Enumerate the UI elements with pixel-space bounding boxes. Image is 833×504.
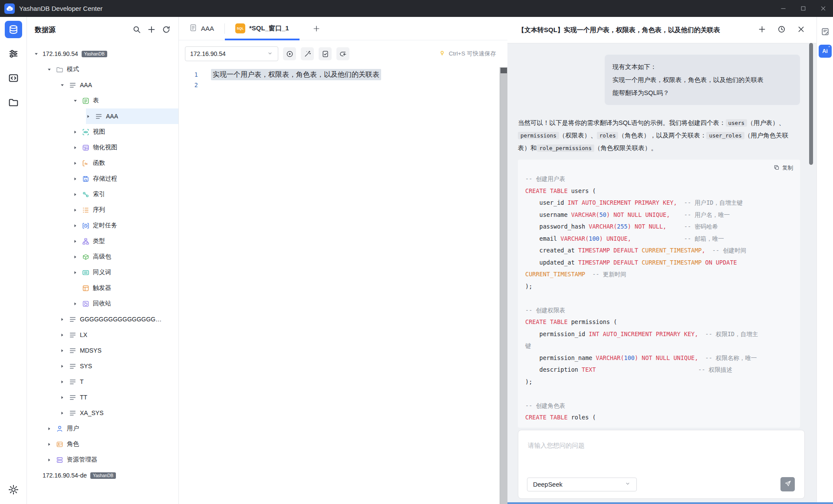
copy-button[interactable]: 复制 [525, 163, 793, 173]
tree-row[interactable]: 存储过程 [27, 171, 178, 187]
collapse-arrow-icon[interactable] [60, 348, 69, 353]
code-token: CURRENT_TIMESTAMP [642, 259, 701, 266]
close-panel-button[interactable] [797, 25, 805, 35]
editor-scrollbar-thumb[interactable] [500, 68, 507, 73]
collapse-arrow-icon[interactable] [73, 270, 82, 275]
tree-row[interactable]: MDSYS [27, 343, 178, 358]
collapse-arrow-icon[interactable] [47, 442, 56, 447]
collapse-arrow-icon[interactable] [86, 114, 95, 119]
tree-row[interactable]: 模式 [27, 62, 178, 77]
schema-icon [69, 393, 76, 401]
sql-note-icon[interactable] [821, 27, 830, 38]
ai-assistant-button[interactable]: Ai + [819, 45, 832, 58]
editor-tab-2[interactable]: SQL*SQL_窗口_1 [225, 17, 300, 40]
tree-row[interactable]: 类型 [27, 233, 178, 249]
datasource-tree: 172.16.90.54YashanDB模式AAA表AAA视图物化视图fx函数存… [27, 43, 178, 504]
tree-row[interactable]: 视图 [27, 124, 178, 140]
search-icon[interactable] [132, 25, 141, 36]
expand-arrow-icon[interactable] [73, 98, 82, 103]
model-select[interactable]: DeepSeek [527, 478, 637, 491]
tree-row[interactable]: 触发器 [27, 280, 178, 296]
rail-file-explorer-button[interactable] [5, 94, 22, 111]
collapse-arrow-icon[interactable] [60, 333, 69, 337]
collapse-arrow-icon[interactable] [60, 411, 69, 416]
collapse-arrow-icon[interactable] [60, 380, 69, 384]
collapse-arrow-icon[interactable] [60, 395, 69, 400]
sql-file-icon: SQL [235, 23, 245, 33]
tree-row[interactable]: 用户 [27, 421, 178, 436]
code-token: username [525, 211, 571, 218]
tree-row[interactable]: 表 [27, 93, 178, 108]
chat-input-card[interactable]: 请输入您想问的问题 DeepSeek [518, 430, 805, 499]
collapse-arrow-icon[interactable] [73, 177, 82, 181]
tree-row[interactable]: 资源管理器 [27, 452, 178, 468]
collapse-arrow-icon[interactable] [60, 317, 69, 322]
chat-scrollbar-thumb[interactable] [809, 43, 813, 165]
code-line [525, 388, 793, 400]
beautify-button[interactable] [301, 47, 314, 60]
window-minimize-button[interactable] [773, 0, 793, 17]
add-connection-icon[interactable] [147, 25, 156, 36]
tree-row[interactable]: GGGGGGGGGGGGGGGG… [27, 311, 178, 327]
run-button[interactable] [283, 47, 296, 60]
code-token [631, 235, 684, 242]
validate-button[interactable] [319, 47, 332, 60]
collapse-arrow-icon[interactable] [73, 223, 82, 228]
tree-row[interactable]: 回收站 [27, 296, 178, 311]
collapse-arrow-icon[interactable] [73, 161, 82, 166]
expand-arrow-icon[interactable] [47, 67, 56, 72]
collapse-arrow-icon[interactable] [73, 145, 82, 150]
collapse-arrow-icon[interactable] [73, 301, 82, 306]
expand-arrow-icon[interactable] [34, 52, 43, 56]
tree-row[interactable]: LX [27, 327, 178, 343]
window-maximize-button[interactable] [793, 0, 813, 17]
editor-tab-1[interactable]: AAA [179, 17, 224, 40]
refresh-icon[interactable] [162, 25, 171, 36]
collapse-arrow-icon[interactable] [73, 192, 82, 197]
import-button[interactable] [336, 47, 349, 60]
collapse-arrow-icon[interactable] [47, 458, 56, 462]
tree-row[interactable]: 172.16.90.54-deYashanDB [27, 468, 178, 483]
collapse-arrow-icon[interactable] [47, 426, 56, 431]
rail-data-sources-button[interactable] [5, 21, 22, 38]
code-token: CURRENT_TIMESTAMP [642, 247, 701, 254]
tree-row[interactable]: 同义词 [27, 265, 178, 280]
user-message-line: 现有文本如下： [612, 60, 792, 73]
collapse-arrow-icon[interactable] [73, 239, 82, 244]
tree-row[interactable]: 高级包 [27, 249, 178, 265]
tree-row[interactable]: 物化视图 [27, 140, 178, 155]
tree-row[interactable]: 172.16.90.54YashanDB [27, 46, 178, 62]
history-button[interactable] [777, 25, 786, 35]
rail-settings-button[interactable] [8, 484, 19, 497]
collapse-arrow-icon[interactable] [60, 364, 69, 369]
collapse-arrow-icon[interactable] [73, 130, 82, 134]
editor-scrollbar[interactable] [500, 67, 507, 504]
rail-sql-console-button[interactable] [5, 69, 22, 87]
tree-row[interactable]: T [27, 374, 178, 389]
tree-row-inner: T [60, 374, 178, 389]
tree-row[interactable]: AAA [27, 77, 178, 93]
tree-row[interactable]: 定时任务 [27, 218, 178, 233]
tree-row[interactable]: TT [27, 389, 178, 405]
tree-row[interactable]: AAA [27, 108, 178, 124]
collapse-arrow-icon[interactable] [73, 208, 82, 213]
tree-row[interactable]: XA_SYS [27, 405, 178, 421]
editor-tabbar: AAASQL*SQL_窗口_1 [179, 17, 507, 40]
send-button[interactable] [780, 477, 795, 491]
tree-row[interactable]: 索引 [27, 187, 178, 202]
expand-arrow-icon[interactable] [60, 83, 69, 88]
new-tab-button[interactable] [313, 25, 320, 33]
tree-row[interactable]: SYS [27, 358, 178, 374]
sql-editor[interactable]: 1实现一个用户表，权限表，角色表，以及他们的关联表2 [179, 67, 507, 504]
tree-row-inner: 172.16.90.54YashanDB [34, 46, 178, 62]
new-chat-button[interactable] [758, 25, 766, 35]
tree-row[interactable]: 序列 [27, 202, 178, 218]
assistant-text: （角色权限关联表）。 [594, 144, 657, 151]
tree-row[interactable]: fx函数 [27, 155, 178, 171]
window-close-button[interactable] [813, 0, 833, 17]
connection-select[interactable]: 172.16.90.54 [185, 46, 278, 61]
code-token: VARCHAR( [589, 223, 617, 230]
rail-settings-sliders-button[interactable] [5, 45, 22, 62]
collapse-arrow-icon[interactable] [73, 255, 82, 259]
tree-row[interactable]: 角色 [27, 436, 178, 452]
